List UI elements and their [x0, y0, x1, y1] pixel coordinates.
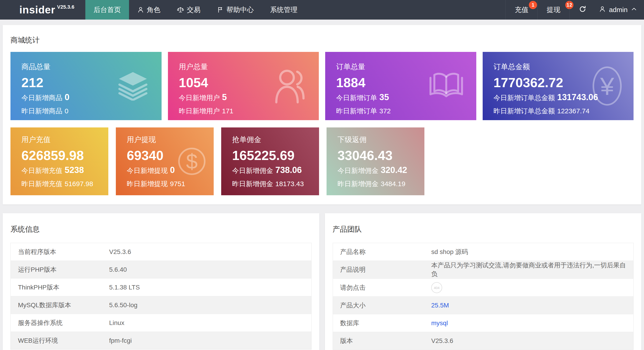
stat-card-order-commission: 抢单佣金 165225.69 今日新增佣金738.06 昨日新增佣金18173.…	[221, 128, 319, 195]
table-row: ThinkPHP版本5.1.38 LTS	[11, 278, 312, 296]
row-value: 本产品只为学习测试交流,请勿要做商业或者用于违法行为,一切后果自负	[431, 261, 634, 279]
menu-item-label: 帮助中心	[226, 5, 254, 14]
stat-card-user-withdraw: 用户提现 69340 今日新增提现0 昨日新增提现9751 $	[116, 128, 214, 195]
system-info-panel: 系统信息 当前程序版本V25.3.6 运行PHP版本5.6.40 ThinkPH…	[3, 213, 319, 350]
today-value: 5	[222, 92, 227, 102]
yesterday-label: 昨日新增订单总金额	[494, 107, 555, 115]
open-book-icon	[428, 71, 464, 101]
row-label: 服务器操作系统	[11, 314, 109, 332]
today-label: 今日新增佣金	[232, 167, 273, 174]
yesterday-label: 昨日新增佣金	[232, 180, 273, 188]
recharge-badge: 1	[529, 1, 537, 9]
shop-stats-panel: 商城统计 商品总量 212 今日新增商品0 昨日新增商品0 用户总量 1054 …	[3, 25, 641, 204]
system-info-title: 系统信息	[10, 224, 312, 234]
yesterday-value: 51697.98	[65, 180, 93, 188]
menu-item-label: 后台首页	[94, 5, 121, 14]
table-row: WEB运行环境fpm-fcgi	[11, 332, 312, 350]
row-label: 当前程序版本	[11, 243, 109, 261]
stat-card-user-recharge: 用户充值 626859.98 今日新增充值5238 昨日新增充值51697.98…	[10, 128, 108, 195]
refresh-icon	[578, 5, 587, 15]
card-today-line: 今日新增充值5238	[22, 165, 108, 176]
dollar-coin-icon: $	[178, 148, 206, 175]
stat-card-users-total: 用户总量 1054 今日新增用户5 昨日新增用户171	[168, 52, 319, 120]
row-label: 产品大小	[333, 296, 431, 314]
card-value: 626859.98	[22, 147, 108, 164]
card-yesterday-line: 昨日新增商品0	[22, 106, 162, 116]
withdraw-button[interactable]: 提现 12	[538, 0, 569, 20]
row-value: 5.6.40	[109, 261, 312, 278]
stats-row-1: 商品总量 212 今日新增商品0 昨日新增商品0 用户总量 1054 今日新增用…	[10, 52, 634, 120]
today-value: 35	[379, 92, 389, 102]
today-value: 0	[65, 92, 70, 102]
card-yesterday-line: 昨日新增提现9751	[127, 179, 214, 189]
product-size-link[interactable]: 25.5M	[431, 302, 449, 309]
menu-item-transactions[interactable]: 交易	[168, 0, 209, 20]
table-row: 产品名称sd shop 源码	[333, 243, 634, 261]
stats-row-2: 用户充值 626859.98 今日新增充值5238 昨日新增充值51697.98…	[10, 128, 634, 195]
card-title: 商品总量	[22, 62, 162, 72]
table-row: 运行PHP版本5.6.40	[11, 261, 312, 278]
menu-item-label: 交易	[187, 5, 200, 14]
row-value: V25.3.6	[431, 332, 634, 350]
withdraw-label: 提现	[547, 5, 560, 14]
menu-item-help-center[interactable]: 帮助中心	[209, 0, 262, 20]
today-value: 0	[170, 165, 175, 175]
stat-card-products-total: 商品总量 212 今日新增商品0 昨日新增商品0	[10, 52, 162, 120]
yesterday-label: 昨日新增充值	[22, 180, 62, 188]
row-value: 5.6.50-log	[109, 296, 312, 314]
yuan-coin-icon: ¥	[592, 66, 622, 106]
menu-item-roles[interactable]: 角色	[129, 0, 168, 20]
row-label: 产品名称	[333, 243, 431, 261]
card-title: 订单总量	[336, 62, 476, 72]
table-row: 数据库mysql	[333, 314, 634, 332]
row-label: 数据库	[333, 314, 431, 332]
layers-icon	[116, 70, 150, 102]
today-label: 今日新增提现	[127, 167, 168, 174]
menu-item-label: 角色	[147, 5, 160, 14]
row-label: 产品说明	[333, 261, 431, 279]
today-label: 今日新增商品	[22, 94, 62, 102]
today-label: 今日新增订单总金额	[494, 94, 555, 102]
today-value: 131743.06	[557, 92, 598, 102]
today-label: 今日新增用户	[179, 94, 220, 102]
flag-icon	[217, 6, 224, 13]
row-value: sd shop 源码	[431, 243, 634, 261]
menu-item-label: 系统管理	[270, 5, 298, 14]
row-label: WEB运行环境	[11, 332, 109, 350]
table-row: 产品说明本产品只为学习测试交流,请勿要做商业或者用于违法行为,一切后果自负	[333, 261, 634, 279]
row-value: V25.3.6	[109, 243, 312, 261]
yesterday-label: 昨日新增订单	[336, 107, 377, 115]
today-value: 738.06	[275, 165, 302, 175]
user-menu[interactable]: admin	[595, 0, 644, 20]
yesterday-value: 372	[379, 107, 391, 115]
card-yesterday-line: 昨日新增佣金3484.19	[338, 179, 424, 189]
card-title: 抢单佣金	[232, 135, 319, 144]
top-nav-bar: insider V25.3.6 后台首页 角色 交易 帮助中心 系统管理	[0, 0, 644, 20]
recharge-button[interactable]: 充值 1	[506, 0, 538, 20]
stats-panel-title: 商城统计	[10, 35, 634, 45]
refresh-button[interactable]	[569, 0, 595, 20]
yesterday-value: 9751	[170, 180, 185, 188]
yesterday-value: 18173.43	[275, 180, 304, 188]
app-logo: insider V25.3.6	[19, 0, 85, 20]
table-row: 请勿点击404	[333, 279, 634, 296]
table-row: MySQL数据库版本5.6.50-log	[11, 296, 312, 314]
product-team-table: 产品名称sd shop 源码 产品说明本产品只为学习测试交流,请勿要做商业或者用…	[333, 243, 634, 350]
table-row: 版本V25.3.6	[333, 332, 634, 350]
row-value: 5.1.38 LTS	[109, 278, 312, 296]
yesterday-value: 122367.74	[557, 107, 590, 115]
row-label: ThinkPHP版本	[11, 278, 109, 296]
404-badge[interactable]: 404	[431, 282, 442, 293]
username: admin	[609, 6, 628, 14]
card-title: 用户充值	[22, 135, 108, 144]
menu-item-system-settings[interactable]: 系统管理	[262, 0, 306, 20]
today-value: 320.42	[381, 165, 407, 175]
database-link[interactable]: mysql	[431, 320, 448, 326]
card-yesterday-line: 昨日新增用户171	[179, 106, 319, 116]
stat-card-downline-rebate: 下级返佣 33046.43 今日新增佣金320.42 昨日新增佣金3484.19…	[326, 128, 424, 195]
menu-item-dashboard[interactable]: 后台首页	[85, 0, 129, 20]
yesterday-label: 昨日新增佣金	[338, 180, 378, 188]
row-value: Linux	[109, 314, 312, 332]
app-logo-text: insider	[19, 4, 55, 16]
users-icon	[273, 67, 307, 105]
